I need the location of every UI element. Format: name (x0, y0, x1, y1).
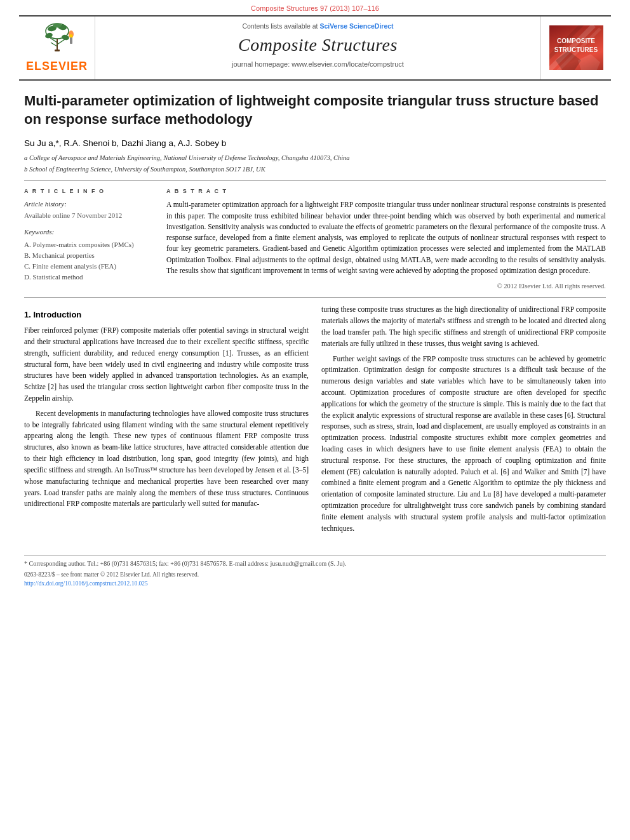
elsevier-svg (32, 22, 83, 57)
keyword-a: A. Polymer-matrix composites (PMCs) (24, 239, 151, 250)
sciverse-text: Contents lists available at (242, 22, 319, 30)
svg-text:COMPOSITE: COMPOSITE (556, 37, 594, 44)
article-info-label: A R T I C L E I N F O (24, 187, 151, 196)
affiliation-b: b School of Engineering Science, Univers… (24, 164, 606, 175)
cs-badge: COMPOSITE STRUCTURES (549, 25, 603, 70)
journal-title-area: Contents lists available at SciVerse Sci… (95, 17, 541, 79)
divider-2 (24, 297, 606, 298)
cs-logo-area: COMPOSITE STRUCTURES (541, 17, 611, 79)
svg-rect-14 (70, 37, 72, 44)
cs-logo: COMPOSITE STRUCTURES (547, 24, 605, 72)
affiliation-a: a College of Aerospace and Materials Eng… (24, 153, 606, 163)
svg-text:STRUCTURES: STRUCTURES (554, 46, 598, 53)
footer-area: * Corresponding author. Tel.: +86 (0)731… (24, 555, 606, 589)
intro-p1: Fiber reinforced polymer (FRP) composite… (24, 325, 309, 404)
keyword-c: C. Finite element analysis (FEA) (24, 261, 151, 272)
abstract-text: A multi-parameter optimization approach … (166, 199, 606, 276)
svg-point-10 (53, 23, 62, 27)
body-col-left: 1. Introduction Fiber reinforced polymer… (24, 304, 309, 538)
history-label: Article history: (24, 199, 151, 210)
available-online: Available online 7 November 2012 (24, 211, 151, 221)
keyword-b: B. Mechanical properties (24, 250, 151, 261)
intro-p3: turing these composite truss structures … (321, 304, 606, 349)
cs-badge-svg: COMPOSITE STRUCTURES (549, 25, 603, 70)
intro-p4: Further weight savings of the FRP compos… (321, 354, 606, 535)
abstract-label: A B S T R A C T (166, 187, 606, 196)
body-section: 1. Introduction Fiber reinforced polymer… (24, 304, 606, 538)
divider-1 (24, 180, 606, 181)
svg-rect-11 (55, 50, 60, 51)
body-col-right: turing these composite truss structures … (321, 304, 606, 538)
journal-title-main: Composite Structures (102, 32, 534, 58)
page: Composite Structures 97 (2013) 107–116 (0, 0, 630, 588)
journal-citation: Composite Structures 97 (2013) 107–116 (251, 4, 379, 12)
article-meta-section: A R T I C L E I N F O Article history: A… (24, 187, 606, 291)
elsevier-logo: ELSEVIER (26, 22, 88, 74)
elsevier-label: ELSEVIER (26, 58, 88, 74)
authors-text: Su Ju a,*, R.A. Shenoi b, Dazhi Jiang a,… (24, 138, 226, 148)
svg-marker-21 (578, 54, 600, 70)
paper-content: Multi-parameter optimization of lightwei… (0, 81, 630, 550)
elsevier-emblem (32, 22, 83, 57)
journal-info-bar: Composite Structures 97 (2013) 107–116 (0, 0, 630, 15)
corresponding-author: * Corresponding author. Tel.: +86 (0)731… (24, 559, 606, 568)
journal-homepage: journal homepage: www.elsevier.com/locat… (102, 60, 534, 70)
abstract-copyright: © 2012 Elsevier Ltd. All rights reserved… (166, 281, 606, 291)
intro-heading: 1. Introduction (24, 309, 309, 321)
doi-line: http://dx.doi.org/10.1016/j.compstruct.2… (24, 579, 606, 588)
keywords-block: Keywords: A. Polymer-matrix composites (… (24, 227, 151, 283)
keyword-d: D. Statistical method (24, 272, 151, 283)
keywords-label: Keywords: (24, 227, 151, 237)
sciverse-line: Contents lists available at SciVerse Sci… (102, 22, 534, 31)
authors-line: Su Ju a,*, R.A. Shenoi b, Dazhi Jiang a,… (24, 137, 606, 150)
paper-title: Multi-parameter optimization of lightwei… (24, 92, 606, 128)
elsevier-logo-area: ELSEVIER (19, 17, 95, 79)
body-col-right-text: turing these composite truss structures … (321, 304, 606, 534)
journal-header: ELSEVIER Contents lists available at Sci… (19, 15, 611, 81)
intro-p2: Recent developments in manufacturing tec… (24, 408, 309, 510)
sciverse-link: SciVerse ScienceDirect (319, 22, 393, 30)
article-history-block: Article history: Available online 7 Nove… (24, 199, 151, 221)
abstract-column: A B S T R A C T A multi-parameter optimi… (166, 187, 606, 291)
article-info-column: A R T I C L E I N F O Article history: A… (24, 187, 151, 291)
footer-copyright: 0263-8223/$ – see front matter © 2012 El… (24, 570, 606, 579)
body-col-left-text: Fiber reinforced polymer (FRP) composite… (24, 325, 309, 510)
